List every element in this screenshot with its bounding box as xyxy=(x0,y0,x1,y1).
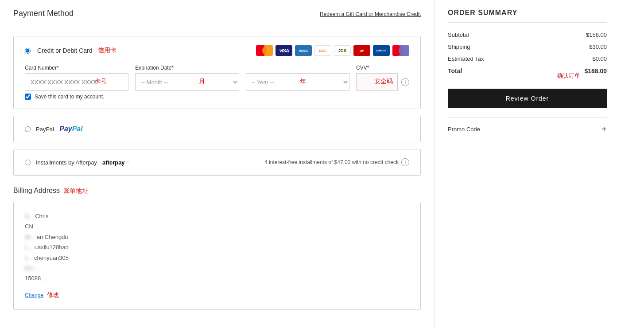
tax-value: $0.00 xyxy=(592,55,607,62)
year-label xyxy=(246,65,349,71)
subtotal-value: $158.00 xyxy=(586,31,607,38)
credit-card-cn-label: 信用卡 xyxy=(98,47,116,55)
expiry-label: Expiration Date* xyxy=(135,65,239,71)
city-blurred: St... xyxy=(25,232,35,242)
address-change-row: Change 修改 xyxy=(25,287,409,301)
billing-section: Billing Address 账单地址 S... Chris CN St...… xyxy=(13,187,421,310)
year-group: -- Year -- 2024202520262027 202820292030 xyxy=(246,65,349,91)
review-order-button[interactable]: Review Order xyxy=(448,89,607,108)
billing-cn-title: 账单地址 xyxy=(63,187,88,194)
paypal-logo: PayPal xyxy=(59,125,82,133)
save-card-label[interactable]: Save this card to my account. xyxy=(35,94,104,100)
svg-point-3 xyxy=(399,46,407,55)
afterpay-section: Installments by Afterpay afterpay✓ 4 int… xyxy=(13,149,421,176)
total-label: Total xyxy=(448,67,462,74)
promo-plus-icon[interactable]: + xyxy=(601,124,607,134)
address-name: S... Chris xyxy=(25,211,409,221)
credit-card-section: Credit or Debit Card信用卡 VISA AMEX DISC J… xyxy=(13,36,421,109)
address-country: CN xyxy=(25,221,409,231)
promo-row: Promo Code + xyxy=(448,117,607,134)
total-value: $188.00 xyxy=(584,67,607,74)
cvv-label: CVV* xyxy=(356,65,409,71)
street-blurred: L... xyxy=(25,242,33,252)
zip-blurred: ... xyxy=(43,273,47,283)
year-select[interactable]: -- Year -- 2024202520262027 202820292030 xyxy=(246,73,349,91)
afterpay-radio[interactable] xyxy=(25,160,31,165)
paypal-label[interactable]: PayPal xyxy=(36,126,54,133)
order-summary-title: ORDER SUMMARY xyxy=(448,9,607,17)
subtotal-row: Subtotal $158.00 xyxy=(448,31,607,38)
total-row: Total $188.00 xyxy=(448,67,607,74)
tax-row: Estimated Tax $0.00 xyxy=(448,55,607,62)
review-cn-annotation: 确认订单 xyxy=(557,72,580,80)
address-city: St... an Chengdu xyxy=(25,232,409,242)
address-box: S... Chris CN St... an Chengdu L... uaxi… xyxy=(13,202,421,310)
credit-card-radio[interactable] xyxy=(25,48,31,54)
diners-icon: DINERS xyxy=(373,45,390,56)
billing-title: Billing Address 账单地址 xyxy=(13,187,421,195)
phone-blurred: 61+... xyxy=(25,263,39,273)
shipping-row: Shipping $30.00 xyxy=(448,43,607,50)
address-unit: x... chenyuan305 xyxy=(25,253,409,263)
shipping-value: $30.00 xyxy=(589,43,607,50)
discover-icon: DISC xyxy=(314,45,331,56)
cvv-wrapper: i xyxy=(356,73,409,91)
save-card-checkbox[interactable] xyxy=(25,94,31,100)
paypal-section: PayPal PayPal xyxy=(13,116,421,142)
card-number-group: Card Number* xyxy=(25,65,128,91)
afterpay-info-icon[interactable]: i xyxy=(401,158,409,166)
address-phone: 61+... xyxy=(25,263,409,273)
sidebar-divider xyxy=(448,22,607,23)
jcb-icon: JCB xyxy=(334,45,351,56)
afterpay-logo: afterpay✓ xyxy=(102,159,130,166)
expiry-select[interactable]: -- Month -- 01020304 05060708 09101112 xyxy=(135,73,239,91)
paypal-radio[interactable] xyxy=(25,126,31,132)
change-link[interactable]: Change xyxy=(25,291,43,301)
amex-icon: AMEX xyxy=(295,45,312,56)
cvv-group: CVV* i xyxy=(356,65,409,91)
tax-label: Estimated Tax xyxy=(448,55,484,62)
gift-card-link[interactable]: Redeem a Gift Card or Merchandise Credit xyxy=(320,11,421,17)
visa-icon: VISA xyxy=(275,45,292,56)
promo-label: Promo Code xyxy=(448,126,480,133)
card-number-input[interactable] xyxy=(25,73,128,91)
unionpay-icon: UP xyxy=(353,45,370,56)
cvv-input[interactable] xyxy=(356,73,398,91)
unit-blurred: x... xyxy=(25,253,32,263)
card-form-row: Card Number* Expiration Date* -- Month -… xyxy=(25,65,409,91)
credit-card-label[interactable]: Credit or Debit Card信用卡 xyxy=(37,47,116,55)
save-card-row: Save this card to my account. xyxy=(25,94,409,100)
review-btn-wrapper: 确认订单 Review Order xyxy=(448,80,607,117)
mastercard-icon xyxy=(256,45,273,56)
svg-point-1 xyxy=(262,46,271,55)
shipping-label: Shipping xyxy=(448,43,470,50)
subtotal-label: Subtotal xyxy=(448,31,469,38)
card-form: Card Number* Expiration Date* -- Month -… xyxy=(25,65,409,100)
main-content: Payment Method Redeem a Gift Card or Mer… xyxy=(0,0,434,329)
change-cn: 修改 xyxy=(47,291,59,298)
credit-card-option: Credit or Debit Card信用卡 VISA AMEX DISC J… xyxy=(14,36,420,109)
expiry-group: Expiration Date* -- Month -- 01020304 05… xyxy=(135,65,239,91)
card-number-label: Card Number* xyxy=(25,65,128,71)
address-zip: 15088 ... xyxy=(25,273,409,283)
sidebar: ORDER SUMMARY Subtotal $158.00 Shipping … xyxy=(434,0,620,329)
name-blurred: S... xyxy=(25,211,34,221)
address-street: L... uaxilu128hao xyxy=(25,242,409,252)
afterpay-label[interactable]: Installments by Afterpay xyxy=(36,159,97,166)
maestro-icon xyxy=(392,45,409,56)
card-icons: VISA AMEX DISC JCB UP DINERS xyxy=(256,45,409,56)
afterpay-info: 4 interest-free installments of $47.00 w… xyxy=(264,158,409,166)
page-title: Payment Method xyxy=(13,9,320,18)
cvv-info-icon[interactable]: i xyxy=(401,78,409,86)
